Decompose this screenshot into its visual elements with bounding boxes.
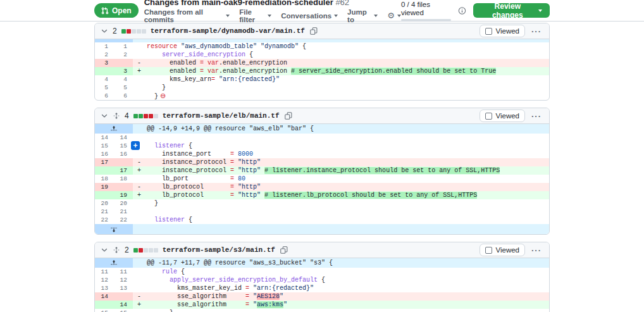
code-token: apply_server_side_encryption_by_default [170, 277, 318, 284]
old-line-number: 17 [95, 158, 114, 166]
viewed-checkbox[interactable] [485, 247, 492, 254]
expand-up-button[interactable] [95, 258, 133, 268]
files-container: 2terraform-sample/dynamodb-var/main.tfVi… [0, 23, 644, 312]
dropdown-file-filter[interactable]: File filter [239, 8, 271, 23]
info-icon[interactable] [458, 6, 466, 15]
viewed-label: Viewed [495, 246, 519, 254]
new-line-number: 15 [114, 309, 133, 312]
code-line: + instance_protocol = "http" # listener.… [133, 166, 549, 175]
diff-line-context: 1313 kms_master_key_id = "arn:{redacted}… [95, 284, 549, 292]
collapse-file-button[interactable] [101, 247, 108, 253]
old-line-number [95, 301, 114, 309]
diffstat-blocks [121, 29, 146, 34]
diff-line-context: 55 } [95, 84, 549, 92]
diff-line-context: 1414 [95, 134, 549, 142]
code-token: "http" [238, 192, 261, 199]
code-token: lb_port [147, 175, 230, 182]
diff-settings-button[interactable]: ⚙ [387, 11, 401, 20]
code-token: { [185, 216, 192, 223]
code-token: { [185, 142, 192, 149]
old-line-number: 1 [95, 42, 114, 51]
file-options-kebab-button[interactable]: ··· [529, 111, 543, 121]
expand-all-button[interactable] [113, 246, 120, 254]
dropdown-jump-to[interactable]: Jump to [347, 8, 378, 23]
collapse-file-button[interactable] [101, 113, 108, 119]
code-token: server_side_encryption [162, 51, 245, 58]
expand-down-button[interactable] [95, 224, 133, 234]
diff-line-add: 14+ sse_algorithm = "aws:kms" [95, 301, 549, 309]
old-line-number: 22 [95, 216, 114, 224]
code-token: # listener.lb_protocol should be set to … [264, 192, 477, 199]
copy-path-button[interactable] [280, 246, 288, 254]
diffstat-square-neutral [154, 114, 158, 118]
expand-filler [133, 224, 549, 234]
file-path-link[interactable]: terraform-sample/s3/main.tf [163, 246, 275, 254]
code-token: lb_protocol [147, 192, 230, 199]
code-token: } [147, 200, 158, 207]
code-token: aws:kms [257, 301, 283, 308]
expand-all-button[interactable] [113, 112, 120, 120]
code-token: AES128 [257, 293, 280, 300]
diff-line-context: 1616 instance_port = 8000 [95, 150, 549, 158]
diff-line-del: 19- lb_protocol = "http" [95, 183, 549, 191]
diff-line-context: 1818 lb_port = 80 [95, 175, 549, 183]
file-path-link[interactable]: terraform-sample/elb/main.tf [163, 112, 280, 120]
add-sign: + [137, 301, 141, 309]
code-token: sse_algorithm [147, 301, 245, 308]
files-viewed-progress-bar [401, 19, 451, 21]
code-line [133, 208, 549, 216]
code-token: listener [154, 216, 185, 223]
file-options-kebab-button[interactable]: ··· [529, 27, 543, 36]
file-card: 2terraform-sample/s3/main.tfViewed···@@ … [94, 242, 550, 312]
code-line: + sse_algorithm = "aws:kms" [133, 301, 549, 309]
chevron-down-icon [101, 28, 108, 34]
expand-up-icon [111, 126, 117, 132]
file-changes-count: 2 [125, 246, 129, 254]
copy-path-button[interactable] [309, 27, 318, 35]
review-changes-button[interactable]: Review changes [473, 3, 550, 18]
viewed-checkbox[interactable] [485, 28, 492, 35]
diffstat-square-neutral [132, 29, 136, 34]
code-line: - enabled = var.enable_encryption [133, 59, 549, 67]
diffstat-square-neutral [154, 248, 158, 253]
files-viewed-text: 0 / 4 files viewed [401, 1, 451, 17]
copy-icon [285, 112, 292, 120]
copy-icon [280, 246, 288, 254]
diff-line-context: 1515 } [95, 309, 549, 312]
viewed-toggle-button[interactable]: Viewed [480, 109, 525, 122]
add-sign: + [137, 67, 141, 75]
diff-line-context: 2222 listener { [95, 216, 549, 224]
file-path-link[interactable]: terraform-sample/dynamodb-var/main.tf [151, 27, 305, 35]
add-comment-button[interactable]: + [131, 141, 140, 150]
viewed-toggle-button[interactable]: Viewed [480, 25, 525, 37]
expand-up-button[interactable] [95, 124, 133, 134]
new-line-number: 19 [114, 191, 133, 199]
diff-line-add: 17+ instance_protocol = "http" # listene… [95, 166, 549, 175]
code-token: var [207, 59, 219, 66]
diff-body: @@ -11,7 +11,7 @@ resource "aws_s3_bucke… [95, 258, 549, 312]
collapse-file-button[interactable] [101, 28, 108, 34]
dropdown-conversations[interactable]: Conversations [281, 12, 338, 20]
old-line-number [95, 191, 114, 199]
diffstat-square-del [149, 114, 153, 118]
diff-line-context: 2020 } [95, 199, 549, 208]
viewed-label: Viewed [495, 27, 519, 35]
unfold-icon [113, 246, 120, 254]
old-line-number: 21 [95, 208, 114, 216]
code-token: "http" [238, 159, 261, 166]
copy-path-button[interactable] [284, 112, 293, 120]
viewed-checkbox[interactable] [485, 113, 492, 120]
old-line-number: 11 [95, 268, 114, 276]
old-line-number: 12 [95, 276, 114, 284]
files-viewed-meter: 0 / 4 files viewed [401, 1, 451, 21]
new-line-number [114, 183, 133, 191]
chevron-down-icon [334, 15, 338, 17]
file-options-kebab-button[interactable]: ··· [529, 246, 543, 255]
diffstat-square-neutral [149, 248, 153, 253]
code-token: { [245, 51, 253, 58]
old-line-number: 15 [95, 142, 114, 150]
code-token: lb_protocol [147, 184, 230, 190]
file-card: 4terraform-sample/elb/main.tfViewed···@@… [94, 108, 550, 235]
dropdown-changes-from-commits[interactable]: Changes from all commits [144, 8, 230, 23]
viewed-toggle-button[interactable]: Viewed [480, 244, 525, 256]
